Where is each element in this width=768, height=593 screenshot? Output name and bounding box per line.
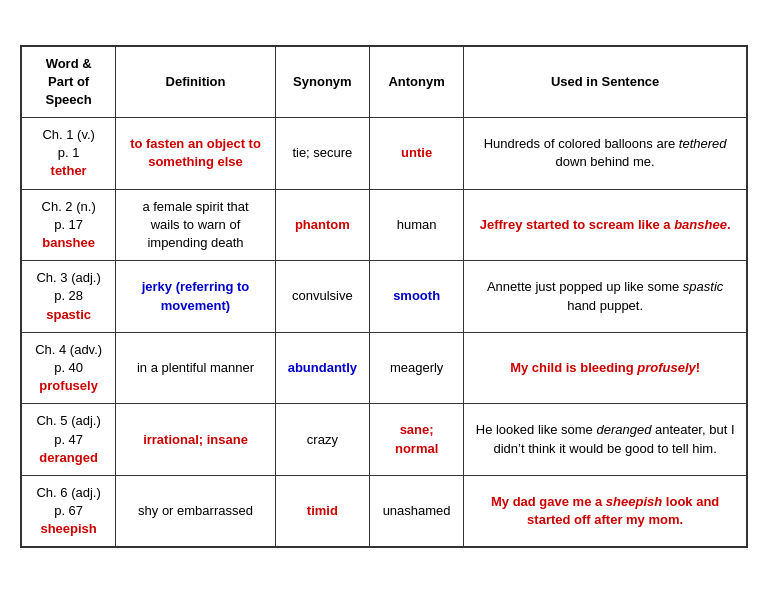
table-row: Ch. 6 (adj.) p. 67 sheepish shy or embar…	[22, 475, 747, 547]
word-cell-5: Ch. 6 (adj.) p. 67 sheepish	[22, 475, 116, 547]
synonym-cell-4: crazy	[275, 404, 369, 476]
word-cell-4: Ch. 5 (adj.) p. 47 deranged	[22, 404, 116, 476]
definition-cell-1: a female spirit that wails to warn of im…	[116, 189, 276, 261]
vocabulary-word-1: banshee	[42, 235, 95, 250]
synonym-cell-0: tie; secure	[275, 118, 369, 190]
antonym-cell-5: unashamed	[370, 475, 464, 547]
antonym-cell-3: meagerly	[370, 332, 464, 404]
synonym-cell-2: convulsive	[275, 261, 369, 333]
header-sentence: Used in Sentence	[464, 46, 747, 118]
antonym-cell-2: smooth	[370, 261, 464, 333]
sentence-cell-3: My child is bleeding profusely!	[464, 332, 747, 404]
vocabulary-word-4: deranged	[39, 450, 98, 465]
synonym-cell-1: phantom	[275, 189, 369, 261]
header-antonym: Antonym	[370, 46, 464, 118]
vocabulary-word-2: spastic	[46, 307, 91, 322]
table-row: Ch. 3 (adj.) p. 28 spastic jerky (referr…	[22, 261, 747, 333]
antonym-cell-4: sane; normal	[370, 404, 464, 476]
definition-cell-4: irrational; insane	[116, 404, 276, 476]
definition-cell-0: to fasten an object to something else	[116, 118, 276, 190]
sentence-cell-5: My dad gave me a sheepish look and start…	[464, 475, 747, 547]
synonym-cell-3: abundantly	[275, 332, 369, 404]
vocabulary-word-3: profusely	[39, 378, 98, 393]
vocabulary-table: Word &Part of Speech Definition Synonym …	[20, 45, 748, 549]
word-cell-3: Ch. 4 (adv.) p. 40 profusely	[22, 332, 116, 404]
table-row: Ch. 4 (adv.) p. 40 profusely in a plenti…	[22, 332, 747, 404]
table-row: Ch. 5 (adj.) p. 47 deranged irrational; …	[22, 404, 747, 476]
table-row: Ch. 1 (v.) p. 1 tether to fasten an obje…	[22, 118, 747, 190]
antonym-cell-1: human	[370, 189, 464, 261]
vocabulary-word-0: tether	[51, 163, 87, 178]
header-synonym: Synonym	[275, 46, 369, 118]
antonym-cell-0: untie	[370, 118, 464, 190]
definition-cell-2: jerky (referring to movement)	[116, 261, 276, 333]
word-cell-1: Ch. 2 (n.) p. 17 banshee	[22, 189, 116, 261]
word-cell-2: Ch. 3 (adj.) p. 28 spastic	[22, 261, 116, 333]
vocabulary-word-5: sheepish	[40, 521, 96, 536]
sentence-cell-4: He looked like some deranged anteater, b…	[464, 404, 747, 476]
sentence-cell-0: Hundreds of colored balloons are tethere…	[464, 118, 747, 190]
sentence-cell-2: Annette just popped up like some spastic…	[464, 261, 747, 333]
word-cell-0: Ch. 1 (v.) p. 1 tether	[22, 118, 116, 190]
table-row: Ch. 2 (n.) p. 17 banshee a female spirit…	[22, 189, 747, 261]
header-definition: Definition	[116, 46, 276, 118]
definition-cell-3: in a plentiful manner	[116, 332, 276, 404]
sentence-cell-1: Jeffrey started to scream like a banshee…	[464, 189, 747, 261]
definition-cell-5: shy or embarrassed	[116, 475, 276, 547]
header-word: Word &Part of Speech	[22, 46, 116, 118]
synonym-cell-5: timid	[275, 475, 369, 547]
